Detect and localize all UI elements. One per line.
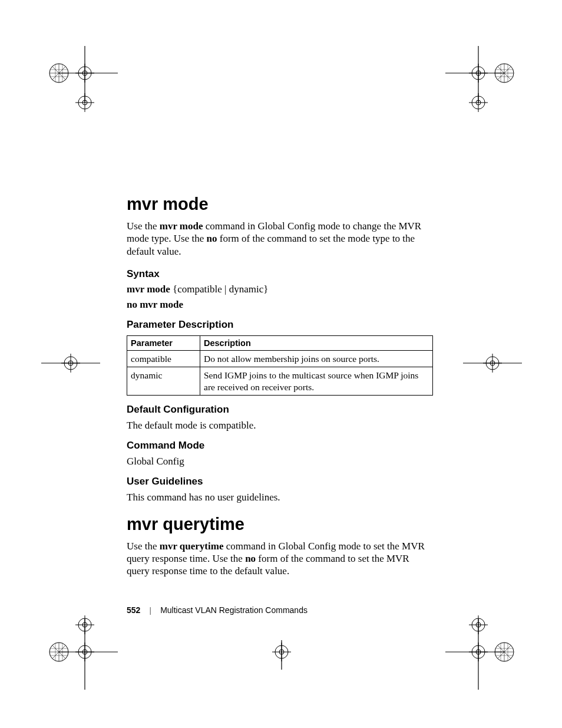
command-mode-heading: Command Mode	[127, 440, 433, 452]
default-config-body: The default mode is compatible.	[127, 419, 433, 431]
page-number: 552	[127, 605, 140, 615]
user-guidelines-heading: User Guidelines	[127, 476, 433, 487]
parameter-table: Parameter Description compatible Do not …	[127, 335, 433, 396]
intro-paragraph-1: Use the mvr mode command in Global Confi…	[127, 220, 433, 258]
footer-title: Multicast VLAN Registration Commands	[160, 605, 308, 615]
bold-term: mvr querytime	[160, 541, 224, 552]
crop-mark-icon	[41, 351, 100, 375]
footer-separator: |	[150, 606, 151, 615]
syntax-heading: Syntax	[127, 268, 433, 280]
bold-term: no	[245, 553, 256, 564]
bold-term: no	[207, 233, 217, 244]
text: {compatible | dynamic}	[170, 284, 269, 295]
crop-mark-icon	[252, 640, 311, 670]
page-footer: 552 | Multicast VLAN Registration Comman…	[127, 605, 433, 615]
crop-mark-icon	[445, 601, 528, 690]
bold-term: no mvr mode	[127, 299, 183, 310]
table-header-row: Parameter Description	[127, 335, 433, 350]
command-heading-mvr-mode: mvr mode	[127, 195, 433, 214]
user-guidelines-body: This command has no user guidelines.	[127, 491, 433, 503]
cell-param: compatible	[127, 350, 200, 367]
cell-param: dynamic	[127, 367, 200, 396]
cell-desc: Send IGMP joins to the multicast source …	[200, 367, 433, 396]
syntax-line-2: no mvr mode	[127, 299, 433, 311]
bold-term: mvr mode	[127, 284, 170, 295]
command-mode-body: Global Config	[127, 455, 433, 467]
cell-desc: Do not allow membership joins on source …	[200, 350, 433, 367]
th-description: Description	[200, 335, 433, 350]
default-config-heading: Default Configuration	[127, 404, 433, 416]
table-row: compatible Do not allow membership joins…	[127, 350, 433, 367]
bold-term: mvr mode	[160, 220, 203, 232]
crop-mark-icon	[35, 601, 118, 690]
parameter-description-heading: Parameter Description	[127, 319, 433, 331]
text: Use the	[127, 541, 160, 552]
text: Use the	[127, 220, 160, 232]
syntax-line-1: mvr mode {compatible | dynamic}	[127, 284, 433, 295]
th-parameter: Parameter	[127, 335, 200, 350]
command-heading-mvr-querytime: mvr querytime	[127, 515, 433, 534]
page-content: mvr mode Use the mvr mode command in Glo…	[127, 195, 433, 588]
crop-mark-icon	[35, 46, 118, 129]
crop-mark-icon	[463, 351, 522, 375]
table-row: dynamic Send IGMP joins to the multicast…	[127, 367, 433, 396]
intro-paragraph-2: Use the mvr querytime command in Global …	[127, 540, 433, 578]
crop-mark-icon	[445, 46, 528, 129]
